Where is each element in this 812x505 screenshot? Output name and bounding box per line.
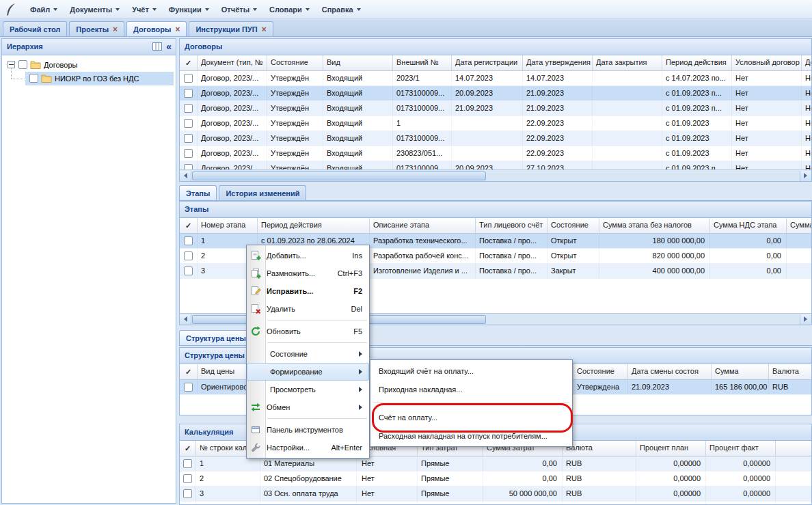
table-row[interactable]: Договор, 2023/...УтверждёнВходящий017310… xyxy=(180,131,811,146)
row-checkbox[interactable] xyxy=(180,116,198,131)
checkbox[interactable] xyxy=(18,60,27,69)
checkbox[interactable] xyxy=(29,74,38,83)
column-header[interactable]: Период действия xyxy=(662,55,732,70)
columns-icon[interactable] xyxy=(152,42,162,51)
tab-contracts[interactable]: Договоры× xyxy=(126,21,187,36)
menu-functions[interactable]: Функции xyxy=(163,2,215,17)
tab-projects[interactable]: Проекты× xyxy=(69,21,124,36)
table-row[interactable]: Договор, 2023/...УтверждёнВходящий230823… xyxy=(180,146,811,161)
column-select-all[interactable]: ✓ xyxy=(180,55,198,70)
hierarchy-tree: Договоры НИОКР по ГОЗ без НДС xyxy=(2,55,176,85)
column-header[interactable]: Сумма этапа без налогов xyxy=(599,218,710,233)
menu-reports[interactable]: Отчёты xyxy=(215,2,263,17)
tree-node-niokr[interactable]: НИОКР по ГОЗ без НДС xyxy=(2,72,176,85)
column-header[interactable]: Дата утверждения xyxy=(523,55,593,70)
row-checkbox[interactable] xyxy=(180,264,198,278)
menu-documents[interactable]: Документы xyxy=(64,2,126,17)
tab-stages[interactable]: Этапы xyxy=(179,185,217,200)
table-row[interactable]: Договор, 2023/...УтверждёнВходящий2023/1… xyxy=(180,71,811,86)
column-header[interactable]: Дата смены состоя xyxy=(628,364,712,379)
submenu-item-incoming-invoice[interactable]: Входящий счёт на оплату... xyxy=(370,361,572,380)
menu-item-settings[interactable]: Настройки... Alt+Enter xyxy=(247,439,369,456)
menu-item-delete[interactable]: Удалить Del xyxy=(247,300,369,318)
row-checkbox[interactable] xyxy=(180,71,198,85)
scroll-right-button[interactable] xyxy=(800,314,811,325)
tab-desktop[interactable]: Рабочий стол xyxy=(3,21,67,36)
table-row[interactable]: Договор, 2023/...УтверждёнВходящий122.09… xyxy=(180,116,811,131)
column-header[interactable]: Период действия xyxy=(258,218,370,233)
tree-node-contracts[interactable]: Договоры xyxy=(2,58,176,72)
column-header[interactable]: Договор xyxy=(802,55,812,70)
menu-item-edit[interactable]: Исправить... F2 xyxy=(247,282,369,300)
row-checkbox[interactable] xyxy=(180,86,198,100)
row-checkbox[interactable] xyxy=(180,502,196,505)
column-header[interactable]: Процент факт xyxy=(706,441,776,456)
column-header[interactable]: Описание этапа xyxy=(370,218,476,233)
column-header[interactable]: Дата регистрации xyxy=(452,55,523,70)
row-checkbox[interactable] xyxy=(180,131,198,146)
collapse-panel-icon[interactable]: « xyxy=(166,42,172,51)
menu-accounting[interactable]: Учёт xyxy=(126,2,163,17)
scroll-left-button[interactable] xyxy=(180,314,191,325)
horizontal-scrollbar[interactable] xyxy=(180,169,811,181)
row-checkbox[interactable] xyxy=(180,101,198,115)
column-select-all[interactable]: ✓ xyxy=(180,218,198,233)
column-select-all[interactable]: ✓ xyxy=(180,364,198,379)
menu-item-view[interactable]: Просмотреть xyxy=(247,381,369,398)
collapse-node-icon[interactable] xyxy=(8,61,15,68)
close-icon[interactable]: × xyxy=(113,25,118,33)
menu-item-duplicate[interactable]: Размножить... Ctrl+F3 xyxy=(247,264,369,282)
scroll-right-button[interactable] xyxy=(800,171,811,181)
column-header[interactable]: Валюта xyxy=(769,364,812,379)
menu-item-formation[interactable]: Формирование xyxy=(247,363,369,381)
row-checkbox[interactable] xyxy=(180,472,196,486)
column-header[interactable]: Дата закрытия xyxy=(593,55,662,70)
tree-node-label: НИОКР по ГОЗ без НДС xyxy=(55,72,139,85)
column-header[interactable]: Процент план xyxy=(636,441,706,456)
tab-pup-instructions[interactable]: Инструкции ПУП× xyxy=(189,21,273,36)
menu-item-exchange[interactable]: Обмен xyxy=(247,398,369,416)
table-row[interactable] xyxy=(180,502,811,505)
column-header[interactable]: Условный договор xyxy=(732,55,802,70)
row-checkbox[interactable] xyxy=(180,456,196,471)
column-header[interactable]: Номер этапа xyxy=(198,218,258,233)
menu-file[interactable]: Файл xyxy=(24,2,64,17)
row-checkbox[interactable] xyxy=(180,234,198,248)
table-row[interactable]: Договор, 2023/...УтверждёнВходящий017310… xyxy=(180,101,811,116)
menu-item-state[interactable]: Состояние xyxy=(247,345,369,363)
delete-icon xyxy=(250,303,261,314)
column-header[interactable]: Валюта xyxy=(563,441,636,456)
table-row-selected[interactable]: Договор, 2023/...УтверждёнВходящий017310… xyxy=(180,86,811,101)
column-header[interactable]: Состояние xyxy=(267,55,323,70)
menu-item-refresh[interactable]: Обновить F5 xyxy=(247,323,369,340)
row-checkbox[interactable] xyxy=(180,146,198,161)
column-select-all[interactable]: ✓ xyxy=(180,441,196,456)
table-row[interactable]: 202 СпецоборудованиеНетПрямые0,00RUB0,00… xyxy=(180,472,811,487)
close-icon[interactable]: × xyxy=(262,25,267,33)
column-header[interactable]: Сумма НДС этапа xyxy=(710,218,787,233)
menu-item-toolbar[interactable]: Панель инструментов xyxy=(247,421,369,439)
submenu-item-incoming-waybill[interactable]: Приходная накладная... xyxy=(370,380,572,398)
column-header[interactable]: Сумма этапа xyxy=(787,218,812,233)
tab-price-structure[interactable]: Структура цены xyxy=(179,330,253,345)
menu-help[interactable]: Справка xyxy=(316,2,367,17)
table-row[interactable]: 303 Осн. оплата трудаНетПрямые50 000 000… xyxy=(180,487,811,502)
row-checkbox[interactable] xyxy=(180,249,198,263)
menu-item-add[interactable]: Добавить... Ins xyxy=(247,247,369,264)
column-header[interactable]: Вид xyxy=(323,55,393,70)
column-header[interactable]: Состояние xyxy=(547,218,599,233)
tab-change-history[interactable]: История изменений xyxy=(219,185,306,200)
menu-dictionaries[interactable]: Словари xyxy=(263,2,316,17)
table-row[interactable]: 101 МатериалыНетПрямые0,00RUB0,000000,00… xyxy=(180,456,811,472)
row-checkbox[interactable] xyxy=(180,487,196,501)
exchange-icon xyxy=(250,402,261,413)
column-header[interactable]: Внешний № xyxy=(393,55,452,70)
scroll-left-button[interactable] xyxy=(180,171,191,181)
close-icon[interactable]: × xyxy=(175,25,180,33)
column-header[interactable]: Тип лицевого счёт xyxy=(476,218,547,233)
scrollbar-thumb[interactable] xyxy=(192,172,486,180)
column-header[interactable]: Документ (тип, № xyxy=(198,55,267,70)
column-header[interactable]: Сумма xyxy=(712,364,769,379)
row-checkbox[interactable] xyxy=(180,380,198,394)
column-header[interactable]: Состояние xyxy=(573,364,628,379)
